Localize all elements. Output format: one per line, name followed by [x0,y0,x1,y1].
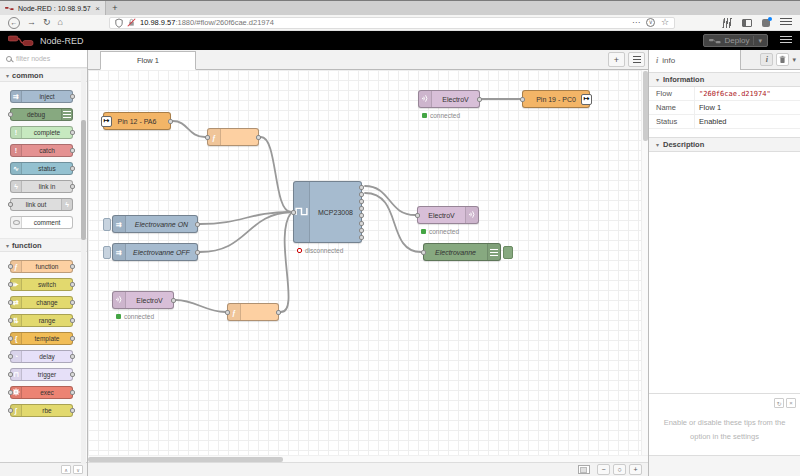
input-port[interactable] [8,202,13,207]
palette-node-range[interactable]: ⇅range [10,314,73,327]
deploy-caret-icon[interactable]: ▾ [758,37,762,45]
wire[interactable] [176,300,225,312]
palette-node-rbe[interactable]: ∫rbe [10,404,73,417]
palette-node-link-out[interactable]: link outϟ [10,198,73,211]
add-flow-button[interactable]: + [608,52,625,67]
deploy-button[interactable]: Deploy ▾ [703,34,768,47]
node-pin12[interactable]: Pin 12 - PA6↦ [103,112,171,130]
wire[interactable] [200,212,291,252]
palette-collapse-button[interactable]: ∧ [61,465,71,474]
output-port[interactable] [477,97,482,102]
output-port[interactable] [70,336,75,341]
tips-close-icon[interactable]: × [786,398,796,408]
input-port[interactable] [205,135,210,140]
zoom-in-button[interactable]: + [629,464,642,475]
output-port[interactable] [359,192,364,197]
palette-node-change[interactable]: ⇄change [10,296,73,309]
output-port[interactable] [359,206,364,211]
wire[interactable] [261,137,291,212]
browser-menu-icon[interactable] [780,18,792,27]
pocket-icon[interactable] [646,18,655,27]
library-icon[interactable] [722,18,732,28]
node-mcp[interactable]: MCP23008disconnected [293,181,362,243]
flow-tab[interactable]: Flow 1 [100,51,196,70]
palette-node-template[interactable]: {template [10,332,73,345]
back-button[interactable]: ← [8,17,20,29]
reload-button[interactable]: ↻ [43,18,51,27]
output-port[interactable] [70,282,75,287]
palette-node-complete[interactable]: !complete [10,126,73,139]
palette-node-catch[interactable]: !catch [10,144,73,157]
output-port[interactable] [70,184,75,189]
bookmark-star-icon[interactable]: ☆ [661,18,669,27]
page-actions-icon[interactable]: ⋯ [632,19,640,27]
output-port[interactable] [359,221,364,226]
input-port[interactable] [8,390,13,395]
palette-scrollbar-thumb[interactable] [81,120,86,240]
node-pin19[interactable]: Pin 19 - PC0↦ [522,90,590,108]
palette-node-trigger[interactable]: ⊓trigger [10,368,73,381]
wire[interactable] [200,212,291,224]
palette-node-status[interactable]: ∿status [10,162,73,175]
output-port[interactable] [70,354,75,359]
palette-node-exec[interactable]: exec [10,386,73,399]
insecure-lock-icon[interactable] [127,18,136,27]
input-port[interactable] [8,408,13,413]
section-description[interactable]: ▾ Description [649,137,800,152]
wire[interactable] [365,193,421,252]
output-port[interactable] [359,213,364,218]
output-port[interactable] [168,119,173,124]
output-port[interactable] [70,94,75,99]
palette-node-inject[interactable]: ⇉inject [10,90,73,103]
node-func2[interactable]: ƒ [227,303,279,321]
output-port[interactable] [359,199,364,204]
canvas-v-scrollbar[interactable] [641,70,648,455]
palette-node-delay[interactable]: ◔delay [10,350,73,363]
extension-icon[interactable] [762,19,770,27]
input-port[interactable] [8,318,13,323]
output-port[interactable] [70,372,75,377]
input-port[interactable] [421,250,426,255]
palette-category-common[interactable]: ▾common [0,68,87,82]
output-port[interactable] [359,185,364,190]
navigator-icon[interactable] [578,465,590,474]
palette-category-function[interactable]: ▾function [0,238,87,252]
sidebar-caret-icon[interactable]: ▾ [792,56,796,64]
debug-toggle-button[interactable] [503,246,513,259]
tab-close-icon[interactable]: × [95,4,100,13]
output-port[interactable] [256,135,261,140]
node-injectOn[interactable]: ⇉Electrovanne ON [112,215,198,233]
output-port[interactable] [70,318,75,323]
wire[interactable] [173,121,205,137]
input-port[interactable] [8,336,13,341]
output-port[interactable] [195,222,200,227]
wire[interactable] [365,186,415,215]
input-port[interactable] [225,310,230,315]
output-port[interactable] [276,310,281,315]
palette-node-switch[interactable]: ⋔switch [10,278,73,291]
output-port[interactable] [359,228,364,233]
inject-button[interactable] [103,218,111,231]
sidebars-icon[interactable] [742,19,752,27]
node-injectOff[interactable]: ⇉Electrovanne OFF [112,243,198,261]
info-button[interactable]: i [760,53,773,66]
node-electrovTR[interactable]: ElectroVconnected [418,90,480,108]
output-port[interactable] [171,298,176,303]
shield-icon[interactable] [115,18,123,28]
tips-refresh-button[interactable]: ↻ [774,398,784,408]
palette-node-comment[interactable]: comment [10,216,73,229]
section-information[interactable]: ▾ Information [649,72,800,87]
palette-search-input[interactable]: filter nodes [0,50,87,68]
output-port[interactable] [70,130,75,135]
tab-info[interactable]: i info [649,50,741,70]
new-tab-button[interactable]: + [106,1,124,15]
browser-tab[interactable]: Node-RED : 10.98.9.57 × [0,1,106,15]
output-port[interactable] [70,264,75,269]
output-port[interactable] [195,250,200,255]
input-port[interactable] [520,97,525,102]
palette-node-debug[interactable]: debug [10,108,73,121]
palette-scrollbar[interactable] [81,70,86,464]
input-port[interactable] [8,354,13,359]
input-port[interactable] [8,282,13,287]
flow-list-button[interactable] [628,52,645,67]
